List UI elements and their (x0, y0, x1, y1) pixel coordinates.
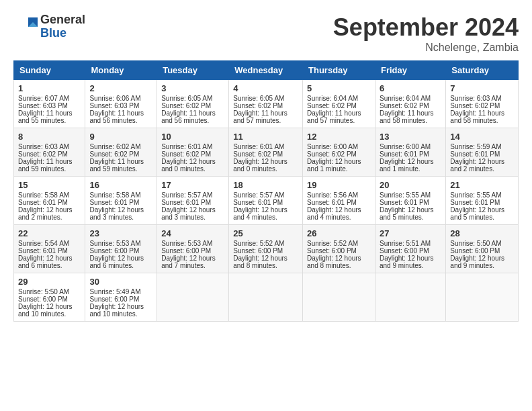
logo-icon (13, 15, 38, 39)
cell-info-line: Sunrise: 5:53 AM (89, 240, 152, 247)
cell-info-line: and 3 minutes. (161, 214, 224, 221)
cell-info-line: Sunset: 6:01 PM (450, 150, 514, 158)
cell-info-line: Sunrise: 5:54 AM (18, 240, 81, 247)
cell-info-line: Sunset: 6:01 PM (233, 199, 298, 206)
cell-info-line: and 0 minutes. (233, 165, 298, 173)
weekday-header-monday: Monday (85, 61, 157, 80)
weekday-header-friday: Friday (375, 61, 445, 80)
cell-info-line: Sunrise: 5:53 AM (161, 240, 224, 247)
cell-info-line: Sunrise: 6:06 AM (89, 95, 152, 102)
cell-info-line: Sunset: 6:01 PM (18, 247, 81, 255)
cell-info-line: Sunset: 6:01 PM (380, 199, 441, 206)
cell-info-line: Daylight: 11 hours (307, 109, 371, 117)
cell-info-line: Daylight: 12 hours (380, 206, 441, 214)
day-number: 25 (233, 228, 298, 238)
cell-info-line: Daylight: 12 hours (450, 255, 514, 262)
day-number: 17 (161, 180, 224, 190)
day-number: 18 (233, 180, 298, 190)
day-number: 21 (450, 180, 514, 190)
weekday-header-thursday: Thursday (303, 61, 375, 80)
cell-info-line: Daylight: 12 hours (18, 255, 81, 262)
calendar-cell (446, 273, 519, 322)
cell-info-line: Sunset: 6:02 PM (307, 150, 371, 158)
cell-info-line: Sunrise: 5:59 AM (450, 143, 514, 150)
cell-info-line: Daylight: 11 hours (89, 109, 152, 117)
calendar-cell: 28Sunrise: 5:50 AMSunset: 6:00 PMDayligh… (446, 225, 519, 273)
cell-info-line: Sunrise: 6:05 AM (161, 95, 224, 102)
cell-info-line: Sunrise: 6:05 AM (233, 95, 298, 102)
cell-info-line: Sunrise: 5:50 AM (18, 288, 81, 295)
cell-info-line: Sunrise: 6:02 AM (89, 143, 152, 150)
weekday-header-sunday: Sunday (14, 61, 85, 80)
calendar-cell: 15Sunrise: 5:58 AMSunset: 6:01 PMDayligh… (14, 177, 85, 225)
cell-info-line: Daylight: 12 hours (89, 303, 152, 310)
cell-info-line: and 2 minutes. (450, 165, 514, 173)
cell-info-line: Sunrise: 6:04 AM (380, 95, 441, 102)
cell-info-line: and 4 minutes. (233, 214, 298, 221)
day-number: 30 (89, 277, 152, 287)
cell-info-line: Daylight: 11 hours (161, 109, 224, 117)
cell-info-line: Daylight: 11 hours (380, 109, 441, 117)
calendar-cell: 9Sunrise: 6:02 AMSunset: 6:02 PMDaylight… (85, 128, 157, 177)
cell-info-line: and 4 minutes. (307, 214, 371, 221)
calendar-cell: 16Sunrise: 5:58 AMSunset: 6:01 PMDayligh… (85, 177, 157, 225)
cell-info-line: Daylight: 12 hours (18, 303, 81, 310)
calendar-cell: 21Sunrise: 5:55 AMSunset: 6:01 PMDayligh… (446, 177, 519, 225)
cell-info-line: Sunset: 6:01 PM (380, 150, 441, 158)
calendar-cell: 7Sunrise: 6:03 AMSunset: 6:02 PMDaylight… (446, 80, 519, 128)
day-number: 3 (161, 83, 224, 93)
day-number: 23 (89, 228, 152, 238)
calendar-cell (303, 273, 375, 322)
day-number: 9 (89, 132, 152, 142)
calendar-cell: 25Sunrise: 5:52 AMSunset: 6:00 PMDayligh… (229, 225, 303, 273)
logo: General Blue (13, 13, 85, 40)
cell-info-line: and 8 minutes. (233, 262, 298, 269)
cell-info-line: Sunset: 6:03 PM (89, 102, 152, 109)
calendar-cell: 20Sunrise: 5:55 AMSunset: 6:01 PMDayligh… (375, 177, 445, 225)
cell-info-line: and 57 minutes. (233, 117, 298, 124)
calendar-cell (375, 273, 445, 322)
cell-info-line: and 0 minutes. (161, 165, 224, 173)
cell-info-line: Sunset: 6:00 PM (233, 247, 298, 255)
week-row-1: 1Sunrise: 6:07 AMSunset: 6:03 PMDaylight… (14, 80, 519, 128)
cell-info-line: and 55 minutes. (18, 117, 81, 124)
cell-info-line: Sunrise: 6:01 AM (233, 143, 298, 150)
calendar-cell: 26Sunrise: 5:52 AMSunset: 6:00 PMDayligh… (303, 225, 375, 273)
cell-info-line: Sunrise: 5:52 AM (307, 240, 371, 247)
page-header: General Blue September 2024 Nchelenge, Z… (13, 13, 519, 54)
calendar-cell: 27Sunrise: 5:51 AMSunset: 6:00 PMDayligh… (375, 225, 445, 273)
cell-info-line: Sunset: 6:00 PM (380, 247, 441, 255)
day-number: 14 (450, 132, 514, 142)
cell-info-line: Daylight: 11 hours (18, 158, 81, 165)
cell-info-line: and 6 minutes. (89, 262, 152, 269)
cell-info-line: and 56 minutes. (89, 117, 152, 124)
cell-info-line: and 10 minutes. (89, 310, 152, 318)
day-number: 26 (307, 228, 371, 238)
day-number: 10 (161, 132, 224, 142)
day-number: 12 (307, 132, 371, 142)
cell-info-line: Sunrise: 5:58 AM (89, 191, 152, 199)
week-row-3: 15Sunrise: 5:58 AMSunset: 6:01 PMDayligh… (14, 177, 519, 225)
cell-info-line: Sunset: 6:00 PM (89, 295, 152, 303)
cell-info-line: Daylight: 12 hours (233, 206, 298, 214)
cell-info-line: and 9 minutes. (380, 262, 441, 269)
cell-info-line: Sunset: 6:00 PM (18, 295, 81, 303)
cell-info-line: Daylight: 12 hours (18, 206, 81, 214)
cell-info-line: Sunset: 6:02 PM (161, 102, 224, 109)
day-number: 22 (18, 228, 81, 238)
cell-info-line: Sunset: 6:02 PM (161, 150, 224, 158)
logo-line1: General (40, 13, 85, 27)
weekday-header-tuesday: Tuesday (157, 61, 229, 80)
calendar-cell: 8Sunrise: 6:03 AMSunset: 6:02 PMDaylight… (14, 128, 85, 177)
cell-info-line: Daylight: 12 hours (89, 255, 152, 262)
cell-info-line: and 3 minutes. (89, 214, 152, 221)
calendar-cell: 4Sunrise: 6:05 AMSunset: 6:02 PMDaylight… (229, 80, 303, 128)
cell-info-line: Daylight: 12 hours (307, 255, 371, 262)
cell-info-line: Daylight: 12 hours (161, 206, 224, 214)
calendar-cell: 24Sunrise: 5:53 AMSunset: 6:00 PMDayligh… (157, 225, 229, 273)
day-number: 13 (380, 132, 441, 142)
day-number: 2 (89, 83, 152, 93)
cell-info-line: Daylight: 12 hours (89, 206, 152, 214)
cell-info-line: Daylight: 12 hours (450, 158, 514, 165)
cell-info-line: Daylight: 12 hours (307, 158, 371, 165)
